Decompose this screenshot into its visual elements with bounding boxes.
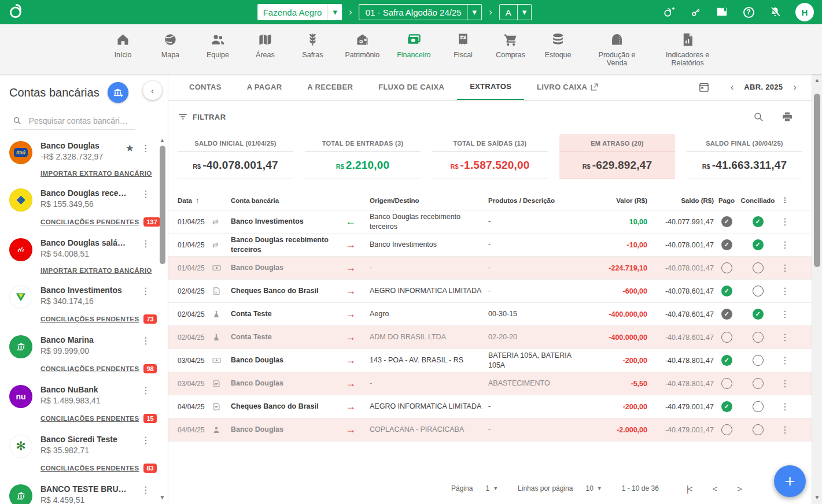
nav-item-indicadores-e-relat-rios[interactable]: Indicadores e Relatórios [661,32,714,68]
add-bank-account-button[interactable] [108,82,128,103]
previous-page-button[interactable]: < [704,484,724,494]
search-transactions-icon[interactable] [753,112,764,123]
paid-unchecked-icon[interactable] [721,262,732,273]
reconciled-checked-icon[interactable]: ✓ [753,239,764,250]
bank-account-item[interactable]: Banco Marina R$ 99.999,00 ⋮ CONCILIAÇÕES… [9,335,168,373]
account-options-icon[interactable]: ⋮ [141,287,150,296]
aegro-logo-icon[interactable] [8,3,31,21]
pending-reconciliations-link[interactable]: CONCILIAÇÕES PENDENTES [40,415,139,422]
collapse-sidebar-button[interactable]: ‹ [143,81,162,100]
account-options-icon[interactable]: ⋮ [141,190,150,199]
help-icon[interactable]: ? [742,6,755,18]
farm-selector-caret-icon[interactable]: ▾ [327,4,342,20]
col-products[interactable]: Produtos / Descrição [488,197,581,204]
paid-checked-icon[interactable]: ✓ [721,239,732,250]
sidebar-scrollbar[interactable]: ▲ ▼ [158,136,167,504]
table-row[interactable]: 04/04/25 Cheques Banco do Brasil → AEGRO… [168,395,812,418]
row-options-icon[interactable]: ⋮ [776,264,794,273]
row-options-icon[interactable]: ⋮ [776,240,794,250]
bank-account-item[interactable]: Banco Investimentos R$ 340.174,16 ⋮ CONC… [9,286,168,324]
reconciled-unchecked-icon[interactable] [753,332,764,343]
tab-a-receber[interactable]: A RECEBER [294,74,366,100]
account-options-icon[interactable]: ⋮ [141,336,150,346]
scroll-down-icon[interactable]: ▼ [160,494,165,502]
plot-selector[interactable]: A ▾ [499,4,532,20]
scroll-up-icon[interactable]: ▲ [160,136,165,144]
tab-extratos[interactable]: EXTRATOS [457,74,524,100]
paid-checked-icon[interactable]: ✓ [721,401,732,412]
col-reconciled[interactable]: Conciliado [739,197,776,204]
col-paid[interactable]: Pago [714,197,739,204]
row-options-icon[interactable]: ⋮ [776,333,794,342]
row-options-icon[interactable]: ⋮ [776,287,794,296]
paid-unchecked-icon[interactable] [721,378,732,389]
nav-item-produ-o-e-venda[interactable]: Produção e Venda [591,32,644,68]
bank-account-item[interactable]: ✻ Banco Sicredi Teste R$ 35.982,71 ⋮ CON… [9,435,168,473]
import-statement-link[interactable]: IMPORTAR EXTRATO BANCÁRIO [40,267,152,274]
account-options-icon[interactable]: ⋮ [141,436,150,445]
previous-month-button[interactable]: ‹ [724,81,741,93]
key-icon[interactable] [689,6,702,18]
row-options-icon[interactable]: ⋮ [776,402,794,412]
summary-card-3[interactable]: EM ATRASO (20) R$-629.892,47 [559,134,675,179]
sidebar-scroll-thumb[interactable] [160,146,165,264]
search-accounts-input[interactable] [29,116,135,125]
table-row[interactable]: 03/04/25 Banco Douglas → - ABASTECIMENTO… [168,372,812,395]
nav-item-financeiro[interactable]: Financeiro [397,32,430,59]
bank-account-item[interactable]: Banco Douglas salário Ti… R$ 54.008,51 ⋮… [9,238,168,274]
nav-item--reas[interactable]: Áreas [250,32,280,59]
import-statement-link[interactable]: IMPORTAR EXTRATO BANCÁRIO [40,170,152,177]
reconciled-unchecked-icon[interactable] [753,378,764,389]
nav-item-in-cio[interactable]: Início [108,32,138,59]
col-value[interactable]: Valor (R$) [581,197,647,204]
paid-unchecked-icon[interactable] [721,332,732,343]
farm-selector[interactable]: Fazenda Aegro ▾ [257,4,342,20]
table-options-icon[interactable]: ⋮ [776,197,794,204]
add-transaction-button[interactable]: + [774,465,806,497]
table-row[interactable]: 04/04/25 Banco Douglas → COPLACANA - PIR… [168,418,812,442]
pending-reconciliations-link[interactable]: CONCILIAÇÕES PENDENTES [40,365,139,372]
table-row[interactable]: 01/04/25 ⇄ Banco Douglas recebimento ter… [168,234,812,257]
scroll-up-icon[interactable]: ▲ [814,76,820,84]
row-options-icon[interactable]: ⋮ [776,356,794,365]
page-select[interactable]: 1▼ [485,484,498,492]
next-page-button[interactable]: > [729,484,749,494]
reconciled-unchecked-icon[interactable] [753,286,764,297]
aegro-plus-icon[interactable] [662,6,675,18]
bank-account-item[interactable]: nu Banco NuBank R$ 1.489.983,41 ⋮ CONCIL… [9,385,168,423]
nav-item-equipe[interactable]: Equipe [202,32,233,59]
nav-item-compras[interactable]: Compras [496,32,526,59]
paid-checked-icon[interactable]: ✓ [721,216,732,227]
row-options-icon[interactable]: ⋮ [776,425,794,435]
table-row[interactable]: 01/04/25 ⇄ Banco Investimentos ← Banco D… [168,210,812,234]
col-date[interactable]: Data↑ [178,197,212,205]
table-row[interactable]: 02/04/25 Cheques Banco do Brasil → AEGRO… [168,280,812,303]
account-options-icon[interactable]: ⋮ [141,486,150,495]
table-row[interactable]: 02/04/25 Conta Teste → ADM DO BRASIL LTD… [168,326,812,349]
main-scrollbar[interactable]: ▲ ▼ [812,74,822,504]
pending-reconciliations-link[interactable]: CONCILIAÇÕES PENDENTES [40,316,139,323]
bank-account-item[interactable]: Itaú Banco Douglas -R$ 2.328.732,97 ★ ⋮ … [9,141,168,177]
table-row[interactable]: 01/04/25 Banco Douglas → - - -224.719,10… [168,257,812,280]
tab-livro-caixa[interactable]: LIVRO CAIXA [524,74,611,100]
col-account[interactable]: Conta bancária [231,197,345,204]
bank-account-item[interactable]: ❖ Banco Douglas recebime… R$ 155.349,56 … [9,188,168,227]
main-scroll-thumb[interactable] [814,94,820,267]
account-options-icon[interactable]: ⋮ [141,144,150,153]
plot-selector-caret-icon[interactable]: ▾ [517,5,532,20]
row-options-icon[interactable]: ⋮ [776,310,794,319]
reconciled-checked-icon[interactable]: ✓ [753,309,764,320]
user-avatar[interactable]: H [795,3,814,21]
paid-checked-icon[interactable]: ✓ [721,355,732,366]
nav-item-mapa[interactable]: Mapa [155,32,185,59]
reconciled-unchecked-icon[interactable] [753,262,764,273]
book-icon[interactable] [716,6,728,18]
table-row[interactable]: 02/04/25 Conta Teste → Aegro 00-30-15 -4… [168,303,812,326]
reconciled-unchecked-icon[interactable] [753,355,764,366]
favorite-star-icon[interactable]: ★ [126,142,134,154]
pending-reconciliations-link[interactable]: CONCILIAÇÕES PENDENTES [40,218,139,225]
scroll-down-icon[interactable]: ▼ [814,494,820,502]
rows-per-page-select[interactable]: 10▼ [585,484,602,492]
paid-unchecked-icon[interactable] [721,424,732,435]
col-origin[interactable]: Origem/Destino [370,197,488,204]
